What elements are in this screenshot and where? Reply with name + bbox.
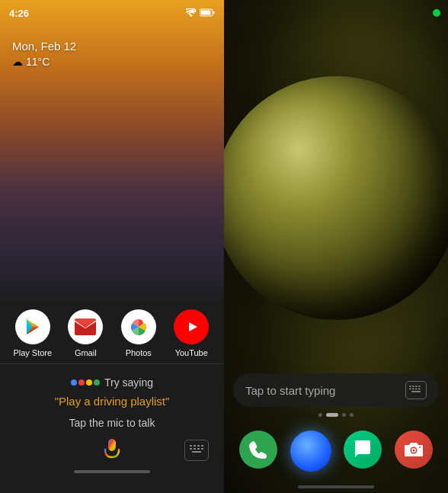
right-bottom: Tap to start typing — [224, 373, 448, 493]
svg-rect-27 — [411, 391, 421, 392]
svg-rect-24 — [412, 388, 414, 389]
suggestion-text: "Play a driving playlist" — [15, 395, 209, 408]
dot-4 — [350, 413, 354, 417]
assistant-dot-yellow — [86, 379, 92, 386]
svg-rect-20 — [412, 386, 414, 387]
svg-rect-15 — [194, 448, 196, 450]
try-saying-text: Try saying — [104, 376, 153, 389]
svg-rect-25 — [415, 388, 418, 389]
assistant-panel: Try saying "Play a driving playlist" Tap… — [0, 363, 224, 493]
app-dock: Play Store Gmail — [0, 300, 224, 363]
photos-label: Photos — [126, 348, 152, 357]
svg-point-0 — [190, 14, 193, 17]
app-play-store[interactable]: Play Store — [10, 309, 56, 357]
battery-icon — [200, 6, 215, 20]
right-status-bar — [224, 0, 448, 21]
camera-app-icon[interactable] — [395, 431, 433, 469]
status-icons — [186, 6, 215, 20]
mic-row — [15, 437, 209, 464]
svg-rect-3 — [201, 11, 211, 15]
left-status-bar: 4:26 — [0, 0, 224, 21]
svg-point-31 — [419, 447, 421, 448]
app-gmail[interactable]: Gmail — [62, 309, 108, 357]
assistant-dot-red — [78, 379, 85, 386]
tap-to-type-text: Tap to start typing — [245, 384, 335, 397]
right-phone: Tap to start typing — [224, 0, 448, 493]
keyboard-icon-right — [405, 381, 427, 399]
weather-temp: 11°C — [26, 56, 50, 68]
keyboard-button[interactable] — [184, 440, 209, 461]
assistant-logo — [71, 379, 100, 386]
svg-rect-23 — [409, 388, 411, 389]
svg-rect-22 — [418, 386, 421, 387]
left-phone: 4:26 Mon, Feb 12 ☁ — [0, 0, 224, 493]
svg-rect-12 — [197, 445, 200, 447]
date-widget: Mon, Feb 12 ☁ 11°C — [12, 40, 76, 68]
svg-rect-18 — [192, 451, 201, 453]
svg-rect-26 — [418, 388, 421, 389]
dot-2-active — [326, 413, 338, 417]
home-indicator-right — [298, 485, 374, 488]
play-store-label: Play Store — [13, 348, 52, 357]
svg-rect-13 — [201, 445, 203, 447]
svg-rect-10 — [190, 445, 192, 447]
planet-sphere — [224, 76, 448, 320]
youtube-label: YouTube — [175, 348, 208, 357]
photos-icon[interactable] — [121, 309, 156, 344]
gmail-label: Gmail — [75, 348, 97, 357]
right-app-dock — [224, 424, 448, 479]
svg-rect-7 — [108, 439, 116, 451]
try-saying-row: Try saying — [15, 376, 209, 389]
gmail-icon[interactable] — [68, 309, 103, 344]
mic-button[interactable] — [98, 437, 126, 464]
wifi-icon — [186, 8, 197, 18]
assistant-dot-blue — [71, 379, 77, 386]
tap-to-type-bar[interactable]: Tap to start typing — [233, 373, 439, 407]
page-dots — [224, 413, 448, 417]
tap-mic-text: Tap the mic to talk — [15, 417, 209, 429]
svg-rect-2 — [213, 11, 215, 14]
svg-rect-16 — [197, 448, 200, 450]
camera-indicator-dot — [433, 9, 440, 17]
home-indicator-left — [74, 470, 150, 473]
sphere-container — [224, 15, 448, 381]
app-photos[interactable]: Photos — [116, 309, 162, 357]
date-text: Mon, Feb 12 — [12, 40, 76, 53]
svg-rect-19 — [409, 386, 411, 387]
dot-1 — [318, 413, 322, 417]
bixby-app-icon[interactable] — [290, 431, 331, 472]
svg-rect-21 — [415, 386, 418, 387]
play-store-icon[interactable] — [15, 309, 50, 344]
svg-rect-17 — [201, 448, 203, 450]
svg-rect-14 — [190, 448, 192, 450]
phone-app-icon[interactable] — [239, 431, 277, 469]
left-bottom: Play Store Gmail — [0, 300, 224, 493]
messages-app-icon[interactable] — [344, 431, 382, 469]
app-youtube[interactable]: YouTube — [168, 309, 214, 357]
dot-3 — [342, 413, 346, 417]
svg-point-30 — [412, 450, 414, 452]
assistant-dot-green — [94, 379, 100, 386]
youtube-icon[interactable] — [174, 309, 209, 344]
status-time: 4:26 — [9, 8, 29, 19]
svg-rect-11 — [194, 445, 196, 447]
weather-row: ☁ 11°C — [12, 56, 76, 68]
weather-icon: ☁ — [12, 56, 23, 68]
